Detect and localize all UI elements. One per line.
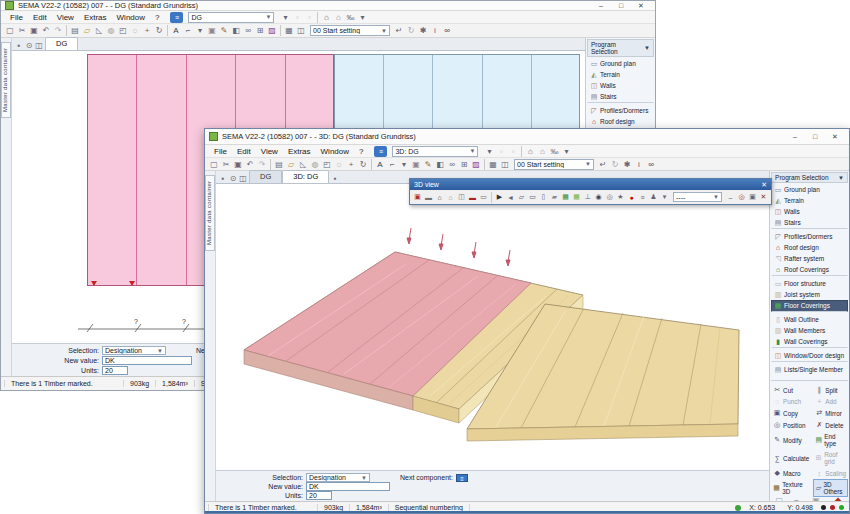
sidebar-item-profiles-dormers[interactable]: ◸Profiles/Dormers (771, 231, 848, 242)
more-arrow-icon[interactable]: ▾ (560, 145, 572, 157)
bulb-icon[interactable]: ◍ (309, 158, 321, 170)
3d-others-tool[interactable]: ▱3D Others (813, 479, 848, 497)
dropdown-icon[interactable]: ▾ (398, 158, 410, 170)
sidebar-item-ground-plan[interactable]: ▭Ground plan (771, 184, 848, 195)
paint-icon[interactable]: ◧ (434, 158, 446, 170)
view-iso-icon[interactable]: ▱ (516, 192, 527, 203)
model-red-icon[interactable]: ▣ (412, 192, 423, 203)
punch-tool[interactable]: ◌Punch (771, 396, 811, 407)
menu-view[interactable]: View (52, 12, 79, 23)
maximize-button[interactable]: □ (805, 133, 825, 141)
copy-icon[interactable]: ▣ (28, 25, 40, 37)
print-icon[interactable]: ▤ (273, 158, 285, 170)
new-window-icon[interactable]: ▢ (208, 158, 220, 170)
sidebar-item-profiles-dormers[interactable]: ◸Profiles/Dormers (587, 105, 654, 116)
chain-icon[interactable]: ∞ (446, 158, 458, 170)
pan-icon[interactable]: + (141, 25, 153, 37)
figure-icon[interactable]: ♟ (648, 192, 659, 203)
sidebar-item-ground-plan[interactable]: ▭Ground plan (587, 58, 654, 69)
roof-view-icon[interactable]: ⌂ (445, 192, 456, 203)
history-arrow-icon[interactable]: ▾ (279, 11, 291, 23)
blank-icon[interactable]: ▫ (291, 11, 303, 23)
copy-tool[interactable]: ▣Copy (771, 407, 811, 419)
zoom-region-icon[interactable]: ◰ (117, 25, 129, 37)
percent-link-icon[interactable]: ‰ (548, 145, 560, 157)
mirror-tool[interactable]: ⇄Mirror (813, 407, 848, 419)
new-value-field[interactable] (102, 356, 192, 365)
sidebar-item-terrain[interactable]: ◭Terrain (771, 195, 848, 206)
end-type-tool[interactable]: ▤End type (813, 431, 848, 449)
pencil-icon[interactable]: ✎ (218, 25, 230, 37)
text-icon[interactable]: A (170, 25, 182, 37)
new-window-icon[interactable]: ▢ (4, 25, 16, 37)
close-button[interactable]: ✕ (825, 133, 845, 141)
menu-extras[interactable]: Extras (79, 12, 112, 23)
view-front-icon[interactable]: ▯ (538, 192, 549, 203)
sidebar-item-roof-coverings[interactable]: ⌂Roof Coverings (771, 264, 848, 276)
dimension-icon[interactable]: ⌐ (386, 158, 398, 170)
cube-green-icon[interactable]: ▦ (560, 192, 571, 203)
select-box-icon[interactable]: ▣ (410, 158, 422, 170)
grid-icon[interactable]: ▦ (487, 158, 499, 170)
menu-extras[interactable]: Extras (283, 146, 316, 157)
info-icon[interactable]: i (429, 25, 441, 37)
selection-dropdown[interactable]: Designation▼ (102, 346, 166, 355)
macro-tool[interactable]: ◆Macro (771, 467, 811, 479)
reload-icon[interactable]: ↻ (609, 158, 621, 170)
3d-view-toolbar-titlebar[interactable]: 3D view ✕ (410, 179, 771, 190)
program-selection-header[interactable]: Program Selection▼ (771, 172, 848, 183)
sidebar-item-floor-coverings[interactable]: ▦Floor Coverings (771, 300, 848, 312)
home-lock-icon[interactable]: ⌂ (536, 145, 548, 157)
binoculars-icon[interactable]: ∞ (441, 25, 453, 37)
cube-green2-icon[interactable]: ▦ (571, 192, 582, 203)
print-icon[interactable]: ▤ (69, 25, 81, 37)
sidebar-item-floor-structure[interactable]: ▭Floor structure (771, 278, 848, 289)
folder-icon[interactable]: ▱ (285, 158, 297, 170)
start-setting-selector[interactable]: 00 Start setting▼ (514, 159, 594, 170)
menu-view[interactable]: View (256, 146, 283, 157)
tab-dg[interactable]: DG (45, 37, 78, 50)
close-button[interactable]: ✕ (631, 2, 651, 10)
eraser-icon[interactable]: ◺ (297, 158, 309, 170)
red-band-icon[interactable]: ▬ (467, 192, 478, 203)
master-data-container-tab[interactable]: Master data container (205, 175, 215, 251)
palette-icon[interactable]: ▨ (470, 158, 482, 170)
layers-icon[interactable]: ≡ (637, 192, 648, 203)
close-small-icon[interactable]: ✕ (758, 192, 769, 203)
calculate-tool[interactable]: ∑Calculate (771, 449, 811, 467)
rotate-icon[interactable]: ↻ (153, 25, 165, 37)
sidebar-item-stairs[interactable]: ▤Stairs (771, 217, 848, 229)
selection-dropdown[interactable]: Designation▼ (306, 473, 370, 482)
zoom-region-icon[interactable]: ◰ (321, 158, 333, 170)
gear-icon[interactable]: ✱ (417, 25, 429, 37)
select-box-icon[interactable]: ▣ (206, 25, 218, 37)
rotate-icon[interactable]: ↻ (357, 158, 369, 170)
walls-view-icon[interactable]: ◫ (456, 192, 467, 203)
menu-help[interactable]: ? (150, 12, 164, 23)
start-setting-selector[interactable]: 00 Start setting▼ (310, 25, 390, 36)
sidebar-item-wall-members[interactable]: ▥Wall Members (771, 325, 848, 336)
bullet-icon[interactable]: ▪ (218, 173, 228, 183)
gear-icon[interactable]: ✱ (621, 158, 633, 170)
menu-edit[interactable]: Edit (28, 12, 52, 23)
paint-icon[interactable]: ◧ (230, 25, 242, 37)
home-icon[interactable]: ⌂ (320, 11, 332, 23)
sidebar-item-wall-outline[interactable]: ▯Wall Outline (771, 314, 848, 325)
folder-icon[interactable]: ▱ (81, 25, 93, 37)
grid-icon[interactable]: ▦ (283, 25, 295, 37)
nav-toggle-icon[interactable]: ≡ (170, 12, 183, 23)
sidebar-item-window-door-design[interactable]: ◫Window/Door design (771, 350, 848, 362)
target-icon[interactable]: ◎ (736, 192, 747, 203)
menu-edit[interactable]: Edit (232, 146, 256, 157)
minimize-button[interactable]: – (785, 133, 805, 141)
back-arrow-icon[interactable]: ◄ (505, 192, 516, 203)
master-data-container-tab[interactable]: Master data container (1, 42, 11, 118)
minimize-button[interactable]: – (591, 2, 611, 10)
next-component-icon[interactable]: ≡ (456, 474, 468, 482)
pencil-icon[interactable]: ✎ (422, 158, 434, 170)
binoculars-icon[interactable]: ∞ (645, 158, 657, 170)
cut-icon[interactable]: ✂ (16, 25, 28, 37)
info-icon[interactable]: i (633, 158, 645, 170)
ground-icon[interactable]: ▬ (423, 192, 434, 203)
sidebar-item-stairs[interactable]: ▤Stairs (587, 91, 654, 103)
